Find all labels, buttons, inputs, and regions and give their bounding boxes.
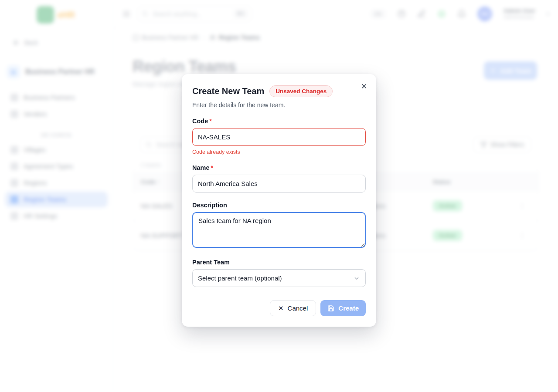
description-label: Description xyxy=(192,202,366,209)
cancel-label: Cancel xyxy=(288,304,308,312)
description-textarea[interactable]: Sales team for NA region xyxy=(192,212,366,248)
code-field-group: Code* Code already exists xyxy=(192,118,366,155)
name-label: Name* xyxy=(192,164,366,171)
unsaved-changes-badge: Unsaved Changes xyxy=(269,85,333,97)
x-icon: ✕ xyxy=(278,304,284,312)
parent-team-select[interactable]: Select parent team (optional) xyxy=(192,269,366,287)
create-button[interactable]: Create xyxy=(320,300,366,316)
modal-header: Create New Team Unsaved Changes xyxy=(192,85,366,97)
name-field-group: Name* xyxy=(192,164,366,193)
parent-team-label: Parent Team xyxy=(192,259,366,266)
modal-title: Create New Team xyxy=(192,86,264,96)
required-asterisk: * xyxy=(209,118,212,125)
close-icon[interactable]: ✕ xyxy=(359,81,369,91)
save-icon xyxy=(327,305,334,312)
modal-actions: ✕ Cancel Create xyxy=(192,300,366,316)
code-input[interactable] xyxy=(192,128,366,146)
modal-subtitle: Enter the details for the new team. xyxy=(192,101,366,108)
create-team-modal: ✕ Create New Team Unsaved Changes Enter … xyxy=(182,74,376,327)
create-label: Create xyxy=(338,304,359,312)
screen: eHR Back B Business Partner HR Business … xyxy=(0,0,558,392)
required-asterisk: * xyxy=(211,164,214,171)
parent-team-field-group: Parent Team Select parent team (optional… xyxy=(192,259,366,287)
description-field-group: Description Sales team for NA region xyxy=(192,202,366,250)
code-label: Code* xyxy=(192,118,366,125)
parent-team-placeholder: Select parent team (optional) xyxy=(198,274,282,282)
cancel-button[interactable]: ✕ Cancel xyxy=(270,300,316,316)
chevron-down-icon xyxy=(353,275,360,282)
name-input[interactable] xyxy=(192,175,366,193)
code-error-message: Code already exists xyxy=(192,149,366,155)
